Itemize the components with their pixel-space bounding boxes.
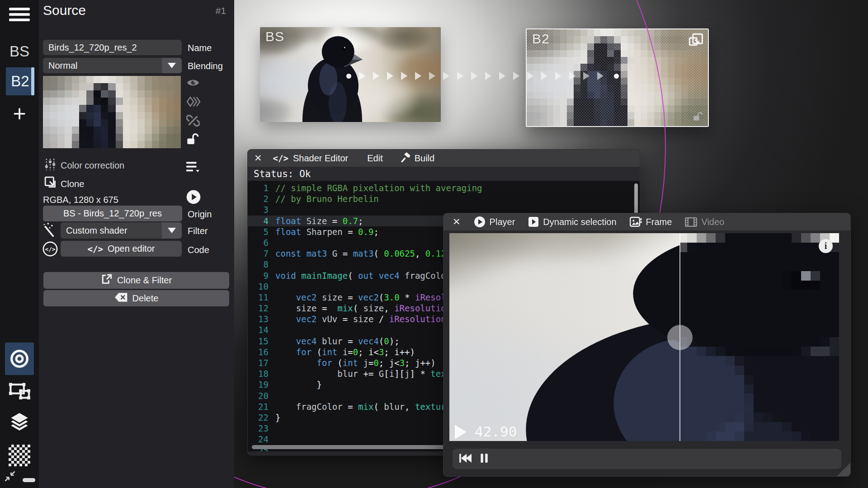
open-editor-button[interactable]: </> Open editor: [61, 241, 182, 257]
svg-text:</>: </>: [45, 246, 55, 253]
line-number: 13: [248, 314, 275, 324]
hide-handle[interactable]: [23, 478, 35, 482]
play-state-icon: [455, 425, 467, 439]
layers-view-button[interactable]: [0, 412, 39, 432]
geometry-icon: [9, 381, 30, 400]
delete-button[interactable]: Delete: [43, 290, 229, 306]
line-number: 19: [248, 379, 275, 390]
magic-wand-icon: [42, 222, 57, 239]
line-number: 24: [248, 434, 275, 445]
name-label: Name: [188, 43, 212, 53]
player-tab-label: Dynamic selection: [543, 217, 616, 227]
close-icon[interactable]: ✕: [453, 213, 461, 230]
sidebar-item-bs[interactable]: BS: [0, 43, 39, 60]
clone-row[interactable]: Clone: [61, 179, 84, 189]
play-circle-icon[interactable]: [186, 190, 201, 206]
skip-to-start-button[interactable]: [459, 453, 472, 465]
comparison-divider-handle[interactable]: [667, 325, 693, 350]
shader-editor-titlebar: ✕ </> Shader Editor Edit Build: [248, 150, 640, 167]
player-tab-video[interactable]: Video: [685, 216, 724, 228]
filter-value: Custom shader: [61, 225, 162, 236]
filter-label: Filter: [188, 226, 208, 236]
window-resize-handle[interactable]: [837, 463, 850, 476]
play-box-icon: [528, 216, 539, 227]
line-number: 14: [248, 324, 275, 335]
line-number: 21: [248, 401, 275, 412]
timecode: 42.90: [475, 423, 517, 440]
player-tab-frame[interactable]: Frame: [630, 216, 672, 228]
line-number: 7: [248, 248, 275, 259]
source-preview-b2[interactable]: B2: [526, 28, 709, 127]
film-icon: [685, 216, 697, 228]
geometry-view-button[interactable]: [0, 381, 39, 400]
code-line-2[interactable]: 2// by Bruno Herbelin: [248, 193, 640, 204]
line-number: 1: [248, 183, 275, 193]
backspace-icon: [114, 292, 128, 305]
menu-item-build[interactable]: Build: [415, 153, 434, 164]
player-tab-label: Video: [701, 217, 724, 227]
player-video-area[interactable]: i 42.90: [449, 233, 839, 441]
main-menu-icon[interactable]: [9, 8, 30, 24]
color-correction-row[interactable]: Color correction: [61, 160, 124, 171]
origin-label: Origin: [188, 209, 212, 220]
player-tab-dynamic-selection[interactable]: Dynamic selection: [528, 216, 616, 227]
filter-dropdown[interactable]: Custom shader: [61, 222, 182, 239]
play-circle-icon: [474, 216, 486, 228]
pause-button[interactable]: [480, 453, 489, 465]
source-panel: Source #1 Name Normal Blending Color cor…: [39, 0, 234, 488]
mixing-view-button[interactable]: [5, 343, 34, 375]
chevron-down-icon: [162, 222, 182, 239]
format-info: RGBA, 1280 x 675: [43, 195, 118, 205]
line-number: 11: [248, 292, 275, 303]
line-number: 6: [248, 237, 275, 248]
bs-preview-image: [260, 27, 441, 122]
code-circle-icon: </>: [42, 241, 58, 258]
source-preview-bs[interactable]: BS: [260, 27, 441, 122]
player-window: ✕ PlayerDynamic selectionFrameVideo i 42…: [443, 213, 851, 477]
player-controls-bar: [453, 449, 841, 469]
unlock-icon[interactable]: [186, 132, 200, 147]
texture-view-button[interactable]: [9, 445, 30, 466]
code-line-1[interactable]: 1// simple RGBA pixelation with averagin…: [248, 183, 640, 193]
clone-and-filter-label: Clone & Filter: [117, 275, 172, 286]
source-name-input[interactable]: [43, 40, 182, 55]
blend-diamonds-icon[interactable]: [186, 96, 201, 109]
share-icon: [101, 273, 113, 287]
shader-status-bar: Status: Ok: [248, 167, 640, 181]
picture-icon: [630, 216, 642, 228]
shader-editor-title: Shader Editor: [293, 153, 348, 164]
player-tab-player[interactable]: Player: [474, 216, 515, 228]
clone-and-filter-button[interactable]: Clone & Filter: [43, 272, 229, 289]
selection-bar: [31, 67, 34, 95]
delete-label: Delete: [132, 293, 159, 304]
menu-item-edit[interactable]: Edit: [367, 153, 382, 164]
line-number: 3: [248, 204, 275, 215]
vimix-app: BS B2 ✕ </> Shader Editor Edit Build Sta…: [0, 0, 868, 488]
b2-preview-label: B2: [532, 31, 550, 47]
line-number: 5: [248, 226, 275, 237]
unlink-icon[interactable]: [186, 114, 200, 129]
add-source-button[interactable]: +: [0, 100, 39, 127]
b2-preview-image: [527, 29, 708, 126]
origin-source-button[interactable]: BS - Birds_12_720p_res: [43, 206, 182, 221]
line-number: 22: [248, 412, 275, 423]
close-icon[interactable]: ✕: [254, 150, 262, 167]
collapse-arrows-icon[interactable]: [4, 470, 16, 484]
player-tabs: PlayerDynamic selectionFrameVideo: [461, 216, 725, 228]
info-icon[interactable]: i: [819, 239, 833, 253]
code-icon: </>: [273, 153, 288, 163]
blending-label: Blending: [188, 61, 223, 71]
code-label: Code: [188, 245, 209, 255]
clone-icon: [44, 176, 58, 192]
line-number: 18: [248, 368, 275, 379]
source-thumbnail-image: [43, 76, 181, 148]
line-number: 15: [248, 336, 275, 347]
blending-dropdown[interactable]: Normal: [43, 58, 182, 73]
line-number: 20: [248, 390, 275, 401]
source-index-badge: #1: [216, 5, 226, 16]
visibility-eye-icon[interactable]: [186, 78, 200, 89]
sidebar-item-b2[interactable]: B2: [6, 67, 34, 95]
chevron-down-icon: [162, 58, 182, 73]
list-menu-icon[interactable]: [186, 161, 200, 174]
line-number: 2: [248, 193, 275, 204]
